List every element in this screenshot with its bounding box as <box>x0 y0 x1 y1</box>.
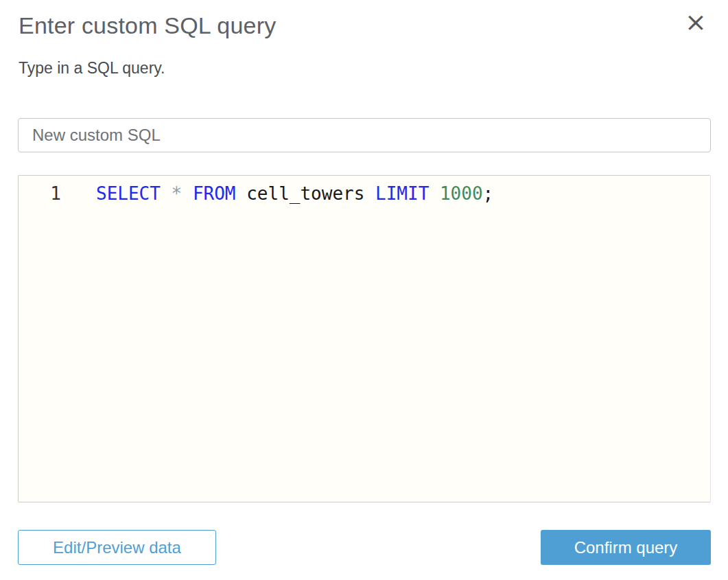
close-icon: × <box>685 7 707 37</box>
code-token <box>364 183 375 204</box>
custom-sql-dialog: Enter custom SQL query × Type in a SQL q… <box>0 0 728 580</box>
sql-code-editor[interactable]: 1 SELECT * FROM cell_towers LIMIT 1000; <box>18 175 711 502</box>
confirm-query-button[interactable]: Confirm query <box>541 530 711 565</box>
close-button[interactable]: × <box>681 7 711 37</box>
code-token <box>182 183 193 204</box>
code-line-tokens: SELECT * FROM cell_towers LIMIT 1000; <box>61 181 493 207</box>
dialog-subtitle: Type in a SQL query. <box>19 58 165 78</box>
edit-preview-data-button[interactable]: Edit/Preview data <box>18 530 216 565</box>
edit-preview-data-label: Edit/Preview data <box>53 538 181 557</box>
line-number: 1 <box>19 181 61 207</box>
code-token: LIMIT <box>375 183 429 204</box>
code-token: * <box>172 183 183 204</box>
code-token <box>429 183 440 204</box>
code-token: 1000 <box>440 183 483 204</box>
code-token: ; <box>483 183 494 204</box>
code-token: FROM <box>193 183 236 204</box>
code-token <box>236 183 247 204</box>
code-token: cell_towers <box>246 183 364 204</box>
confirm-query-label: Confirm query <box>574 538 678 557</box>
code-token <box>161 183 172 204</box>
code-token: SELECT <box>96 183 161 204</box>
code-line: 1 SELECT * FROM cell_towers LIMIT 1000; <box>19 176 710 207</box>
dialog-title: Enter custom SQL query <box>19 10 276 41</box>
custom-sql-name-input[interactable] <box>18 118 711 152</box>
